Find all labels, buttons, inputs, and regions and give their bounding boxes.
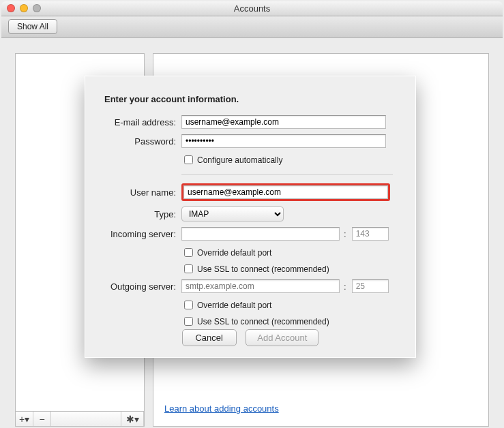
- incoming-override-port-label: Override default port: [197, 248, 271, 258]
- email-label: E-mail address:: [104, 117, 176, 127]
- accounts-list-footer: +▾ − ✱▾: [16, 411, 144, 426]
- incoming-label: Incoming server:: [104, 229, 176, 239]
- incoming-ssl-checkbox[interactable]: [184, 264, 193, 273]
- zoom-icon: [33, 4, 41, 12]
- gear-icon: ✱▾: [126, 414, 139, 425]
- separator: [181, 174, 393, 175]
- username-label: User name:: [104, 187, 176, 198]
- configure-auto-label: Configure automatically: [197, 155, 282, 165]
- learn-link[interactable]: Learn about adding accounts: [164, 403, 279, 414]
- password-field[interactable]: [181, 134, 386, 148]
- window-title: Accounts: [234, 3, 270, 14]
- username-field[interactable]: [183, 185, 388, 199]
- outgoing-ssl-label: Use SSL to connect (recommended): [197, 317, 329, 326]
- incoming-port-field[interactable]: [352, 227, 389, 241]
- email-field[interactable]: [181, 115, 386, 129]
- title-bar: Accounts: [1, 1, 503, 16]
- port-colon: :: [344, 229, 346, 239]
- outgoing-override-port-label: Override default port: [197, 301, 271, 310]
- type-select[interactable]: IMAP: [181, 207, 284, 221]
- add-account-button[interactable]: Add Account: [246, 329, 318, 346]
- toolbar: Show All: [1, 16, 503, 38]
- dropdown-icon: ▾: [25, 414, 29, 425]
- minimize-icon[interactable]: [20, 4, 28, 12]
- configure-auto-checkbox[interactable]: [184, 155, 193, 164]
- actions-gear-button[interactable]: ✱▾: [121, 412, 144, 426]
- outgoing-port-field[interactable]: [352, 279, 389, 293]
- outgoing-ssl-checkbox[interactable]: [184, 317, 193, 326]
- incoming-ssl-label: Use SSL to connect (recommended): [197, 264, 329, 274]
- username-highlight: [181, 183, 390, 201]
- outgoing-server-field[interactable]: [181, 279, 340, 293]
- minus-icon: −: [39, 414, 44, 425]
- cancel-button[interactable]: Cancel: [182, 329, 237, 346]
- plus-icon: +: [19, 414, 25, 425]
- remove-account-button[interactable]: −: [33, 412, 51, 426]
- password-label: Password:: [104, 136, 176, 147]
- traffic-lights: [7, 4, 41, 12]
- show-all-button[interactable]: Show All: [8, 19, 57, 34]
- type-label: Type:: [104, 209, 176, 219]
- incoming-override-port-checkbox[interactable]: [184, 248, 193, 257]
- outgoing-label: Outgoing server:: [104, 281, 176, 292]
- incoming-server-field[interactable]: [181, 227, 340, 241]
- port-colon-2: :: [344, 281, 346, 292]
- add-account-button[interactable]: +▾: [16, 412, 33, 426]
- add-account-sheet: Enter your account information. E-mail a…: [85, 76, 416, 358]
- outgoing-override-port-checkbox[interactable]: [184, 301, 193, 309]
- close-icon[interactable]: [7, 4, 15, 12]
- sheet-heading: Enter your account information.: [104, 94, 396, 104]
